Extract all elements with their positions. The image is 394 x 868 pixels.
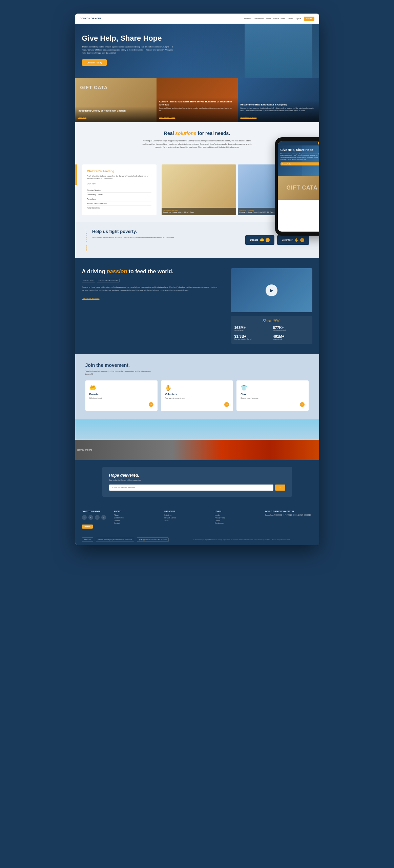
phone-screen: Donate Give Help, Share Hope There's som… xyxy=(278,141,319,232)
footer-link-donate[interactable]: Donate xyxy=(215,519,262,521)
fight-poverty-content: Help us fight poverty. Businesses, organ… xyxy=(92,229,174,239)
footer-link-careers[interactable]: Careers xyxy=(114,519,161,521)
passion-more-link[interactable]: Learn More About Us xyxy=(82,297,100,299)
stat-food-supplies-label: food and supplies shared xyxy=(234,338,270,340)
join-shop-title: Shop xyxy=(241,393,305,396)
prog-img-title-1: I would not change a thing': Alitza's St… xyxy=(163,211,234,214)
stats-grid: 163M+ people helped 677K+ volunteers ins… xyxy=(234,326,309,340)
card-gift-content: Introducing Convoy of Hope's Gift Catalo… xyxy=(75,106,157,122)
footer-col-login: Log In Log In Privacy Policy Donate Disc… xyxy=(215,510,262,529)
convoy-trucks-logo: CONVOY OF HOPE xyxy=(77,449,92,451)
footer-link-disclosures[interactable]: Disclosures xyxy=(215,522,262,524)
phone-mockup: Donate Give Help, Share Hope There's som… xyxy=(275,137,319,236)
passion-logo-1: CONVOY HOPE xyxy=(82,279,96,282)
card-haiti-link[interactable]: Learn More & Donate xyxy=(241,116,257,118)
trucks-section: CONVOY OF HOPE xyxy=(75,419,319,460)
card-gift-catalog[interactable]: GIFT CATA Introducing Convoy of Hope's G… xyxy=(75,78,157,122)
phone-hero-btn[interactable]: Donate Today xyxy=(281,162,319,165)
fight-poverty-buttons: Donate 🤲 → Volunteer ✋ → xyxy=(245,235,309,245)
facebook-icon[interactable]: f xyxy=(82,515,87,520)
program-item-community[interactable]: Community Events xyxy=(87,193,151,197)
card-haiti[interactable]: Response to Haiti Earthquake Is Ongoing … xyxy=(238,78,319,122)
footer-link-about[interactable]: About xyxy=(114,514,161,516)
program-item-women[interactable]: Women's Empowerment xyxy=(87,201,151,206)
programs-heading: Children's Feeding xyxy=(87,170,151,173)
hero-title: Give Help, Share Hope xyxy=(82,34,177,43)
join-shop-arrow[interactable]: → xyxy=(300,402,305,407)
accord-label: Accord xyxy=(86,539,91,540)
footer-link-get-involved[interactable]: Get Involved xyxy=(114,517,161,519)
nav-about[interactable]: About xyxy=(266,18,271,20)
nav-donate-button[interactable]: Donate xyxy=(304,17,314,21)
footer-col-initiatives: Initiatives Initiatives News & Stories S… xyxy=(164,510,211,529)
programs-section: ★ Children's Feeding Aren't all children… xyxy=(75,158,319,222)
card-gift-link[interactable]: Learn More xyxy=(78,116,87,118)
card-convoy-link[interactable]: Learn More & Donate xyxy=(159,116,175,118)
card-convoy[interactable]: Convoy Team & Volunteers Have Served Hun… xyxy=(157,78,238,122)
join-donate-arrow[interactable]: → xyxy=(149,402,153,407)
newsletter-submit-button[interactable]: → xyxy=(275,485,285,491)
hero-donate-button[interactable]: Donate Today xyxy=(82,59,107,66)
join-title: Join the movement. xyxy=(85,362,309,368)
passion-description: Convoy of Hope has a wide network of vol… xyxy=(82,286,224,292)
card-haiti-content: Response to Haiti Earthquake Is Ongoing … xyxy=(238,100,319,122)
stat-people-helped-label: people helped xyxy=(234,330,270,332)
fight-volunteer-button[interactable]: Volunteer ✋ → xyxy=(277,235,309,245)
instagram-icon[interactable]: i xyxy=(88,515,93,520)
nav-links: Initiatives Get Involved About News & St… xyxy=(244,17,314,21)
footer: CONVOY OF HOPE f i t y Donate About Abou… xyxy=(75,504,319,545)
card-haiti-title: Response to Haiti Earthquake Is Ongoing xyxy=(241,103,316,106)
passion-right: ▶ Since 1994: 163M+ people helped 677K+ … xyxy=(231,268,312,344)
nav-news[interactable]: News & Stories xyxy=(273,18,285,20)
video-thumbnail[interactable]: ▶ xyxy=(231,268,312,312)
join-card-volunteer[interactable]: ✋ Volunteer Find ways to serve others. → xyxy=(161,380,233,411)
nav-search[interactable]: Search xyxy=(288,18,293,20)
newsletter-form: → xyxy=(109,485,285,491)
program-item-disaster[interactable]: Disaster Services xyxy=(87,188,151,193)
footer-col-about-title: About xyxy=(114,510,161,512)
join-card-donate[interactable]: 🤲 Donate Help them to eat. → xyxy=(85,380,158,411)
nvoad-label: National Voluntary Organizations Active … xyxy=(98,539,132,540)
footer-divider xyxy=(82,534,312,534)
volunteer-icon: ✋ xyxy=(294,238,298,242)
program-item-agriculture[interactable]: Agriculture xyxy=(87,197,151,201)
play-button[interactable]: ▶ xyxy=(266,284,277,296)
fight-donate-button[interactable]: Donate 🤲 → xyxy=(245,235,274,245)
footer-link-store[interactable]: Store xyxy=(164,519,211,521)
nav-get-involved[interactable]: Get Involved xyxy=(254,18,264,20)
footer-columns: About About Get Involved Careers Contact… xyxy=(114,510,312,529)
twitter-icon[interactable]: t xyxy=(95,515,100,520)
footer-donate-button[interactable]: Donate xyxy=(82,525,93,529)
footer-link-contact[interactable]: Contact xyxy=(114,522,161,524)
programs-learn-more-link[interactable]: Learn More xyxy=(87,183,151,185)
newsletter-title: Hope delivered. xyxy=(109,473,285,478)
fight-poverty-text: FIGHT POVERTY Help us fight poverty. Bus… xyxy=(85,229,239,251)
solutions-highlight: solutions xyxy=(175,131,196,136)
solutions-title-start: Real xyxy=(164,131,175,136)
sky-bg xyxy=(75,419,319,440)
footer-logo: CONVOY OF HOPE xyxy=(82,510,109,513)
join-volunteer-arrow[interactable]: → xyxy=(224,402,229,407)
footer-link-news[interactable]: News & Stories xyxy=(164,517,211,519)
footer-link-login[interactable]: Log In xyxy=(215,514,262,516)
join-card-shop[interactable]: 👕 Shop Shop to help the cause. → xyxy=(236,380,309,411)
footer-top: CONVOY OF HOPE f i t y Donate About Abou… xyxy=(82,510,312,529)
programs-text: Aren't all children to live a hunger fre… xyxy=(87,175,151,180)
trucks-background: CONVOY OF HOPE xyxy=(75,419,319,460)
program-item-rural[interactable]: Rural Initiatives xyxy=(87,206,151,210)
join-section: Join the movement. Your kindness helps c… xyxy=(75,354,319,420)
phone-gift-text: GIFT CATA xyxy=(287,185,318,191)
nav-sign-in[interactable]: Sign In xyxy=(296,18,301,20)
nav-initiatives[interactable]: Initiatives xyxy=(244,18,251,20)
trucks-row: CONVOY OF HOPE xyxy=(75,440,319,460)
fight-poverty-title: Help us fight poverty. xyxy=(92,229,174,234)
phone-gift-area: GIFT CATA xyxy=(278,176,319,200)
footer-link-initiatives[interactable]: Initiatives xyxy=(164,514,211,516)
hero-section: Give Help, Share Hope There's something … xyxy=(75,24,319,78)
phone-hero: Give Help, Share Hope There's something … xyxy=(278,145,319,176)
youtube-icon[interactable]: y xyxy=(101,515,106,520)
footer-link-privacy[interactable]: Privacy Policy xyxy=(215,517,262,519)
accord-logo: ✛ xyxy=(84,538,86,541)
newsletter-email-input[interactable] xyxy=(109,485,273,491)
program-image-1[interactable]: CHILDREN'S FEEDING I would not change a … xyxy=(162,164,236,215)
